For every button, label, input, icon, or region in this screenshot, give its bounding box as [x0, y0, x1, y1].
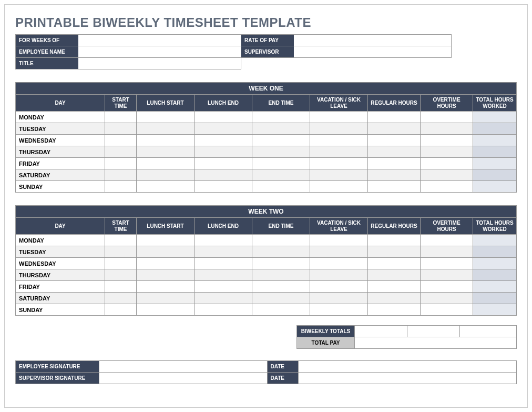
- data-cell: [137, 235, 195, 246]
- data-cell: [421, 158, 473, 169]
- data-cell: [105, 146, 137, 158]
- biweekly-total: [460, 326, 517, 337]
- col-lunch-end: LUNCH END: [195, 218, 252, 235]
- total-cell: [473, 181, 517, 193]
- data-cell: [137, 135, 195, 146]
- biweekly-ot: [407, 326, 460, 337]
- data-cell: [368, 158, 421, 169]
- col-vacation-sick: VACATION / SICK LEAVE: [310, 218, 368, 235]
- data-cell: [368, 146, 421, 158]
- for-weeks-of-label: FOR WEEKS OF: [15, 34, 78, 46]
- total-cell: [473, 293, 517, 304]
- data-cell: [310, 146, 368, 158]
- data-cell: [421, 135, 473, 146]
- col-end-time: END TIME: [252, 218, 310, 235]
- data-cell: [368, 246, 421, 258]
- data-cell: [421, 246, 473, 258]
- data-cell: [421, 293, 473, 304]
- data-cell: [421, 235, 473, 246]
- data-cell: [252, 169, 310, 181]
- data-cell: [137, 304, 195, 316]
- rate-of-pay-value: [294, 34, 452, 46]
- data-cell: [195, 293, 252, 304]
- title-label: TITLE: [15, 58, 78, 69]
- week-one-block: WEEK ONE DAY START TIME LUNCH START LUNC…: [15, 82, 517, 193]
- data-cell: [195, 281, 252, 293]
- total-pay-label: TOTAL PAY: [297, 337, 355, 349]
- col-regular-hours: REGULAR HOURS: [368, 95, 421, 112]
- data-cell: [252, 235, 310, 246]
- data-cell: [137, 269, 195, 281]
- day-cell: FRIDAY: [16, 281, 105, 293]
- data-cell: [105, 112, 137, 123]
- data-cell: [195, 146, 252, 158]
- col-lunch-start: LUNCH START: [137, 218, 195, 235]
- data-cell: [252, 112, 310, 123]
- col-regular-hours: REGULAR HOURS: [368, 218, 421, 235]
- data-cell: [310, 123, 368, 135]
- data-cell: [105, 235, 137, 246]
- data-cell: [421, 169, 473, 181]
- total-cell: [473, 123, 517, 135]
- week-two-table: DAY START TIME LUNCH START LUNCH END END…: [15, 217, 517, 316]
- employee-signature-value: [99, 360, 268, 373]
- day-cell: MONDAY: [16, 235, 105, 246]
- page-title: PRINTABLE BIWEEKLY TIMESHEET TEMPLATE: [15, 15, 517, 30]
- total-cell: [473, 258, 517, 269]
- data-cell: [368, 169, 421, 181]
- data-cell: [105, 181, 137, 193]
- day-cell: SUNDAY: [16, 181, 105, 193]
- data-cell: [252, 135, 310, 146]
- data-cell: [252, 181, 310, 193]
- data-cell: [105, 281, 137, 293]
- data-cell: [252, 158, 310, 169]
- title-value: [78, 58, 241, 69]
- data-cell: [252, 281, 310, 293]
- employee-name-label: EMPLOYEE NAME: [15, 46, 78, 58]
- data-cell: [105, 158, 137, 169]
- data-cell: [105, 123, 137, 135]
- table-row: FRIDAY: [16, 158, 517, 169]
- data-cell: [105, 135, 137, 146]
- data-cell: [310, 246, 368, 258]
- employee-date-value: [299, 360, 517, 373]
- day-cell: MONDAY: [16, 112, 105, 123]
- data-cell: [421, 181, 473, 193]
- data-cell: [137, 146, 195, 158]
- data-cell: [137, 112, 195, 123]
- data-cell: [105, 258, 137, 269]
- data-cell: [195, 169, 252, 181]
- day-cell: TUESDAY: [16, 123, 105, 135]
- data-cell: [368, 304, 421, 316]
- data-cell: [195, 135, 252, 146]
- col-day: DAY: [16, 218, 105, 235]
- data-cell: [252, 146, 310, 158]
- data-cell: [195, 258, 252, 269]
- data-cell: [137, 169, 195, 181]
- day-cell: TUESDAY: [16, 246, 105, 258]
- day-cell: WEDNESDAY: [16, 258, 105, 269]
- data-cell: [368, 123, 421, 135]
- total-cell: [473, 304, 517, 316]
- data-cell: [310, 269, 368, 281]
- data-cell: [368, 135, 421, 146]
- col-end-time: END TIME: [252, 95, 310, 112]
- totals-area: BIWEEKLY TOTALS TOTAL PAY: [15, 325, 517, 349]
- data-cell: [310, 169, 368, 181]
- total-cell: [473, 146, 517, 158]
- total-cell: [473, 246, 517, 258]
- data-cell: [368, 112, 421, 123]
- data-cell: [310, 281, 368, 293]
- day-cell: SATURDAY: [16, 169, 105, 181]
- data-cell: [252, 123, 310, 135]
- week-one-table: DAY START TIME LUNCH START LUNCH END END…: [15, 94, 517, 193]
- signature-block: EMPLOYEE SIGNATURE DATE SUPERVISOR SIGNA…: [15, 360, 517, 384]
- data-cell: [368, 235, 421, 246]
- data-cell: [195, 269, 252, 281]
- data-cell: [195, 246, 252, 258]
- day-cell: SATURDAY: [16, 293, 105, 304]
- total-cell: [473, 112, 517, 123]
- table-row: MONDAY: [16, 235, 517, 246]
- data-cell: [105, 293, 137, 304]
- biweekly-totals-label: BIWEEKLY TOTALS: [297, 326, 355, 337]
